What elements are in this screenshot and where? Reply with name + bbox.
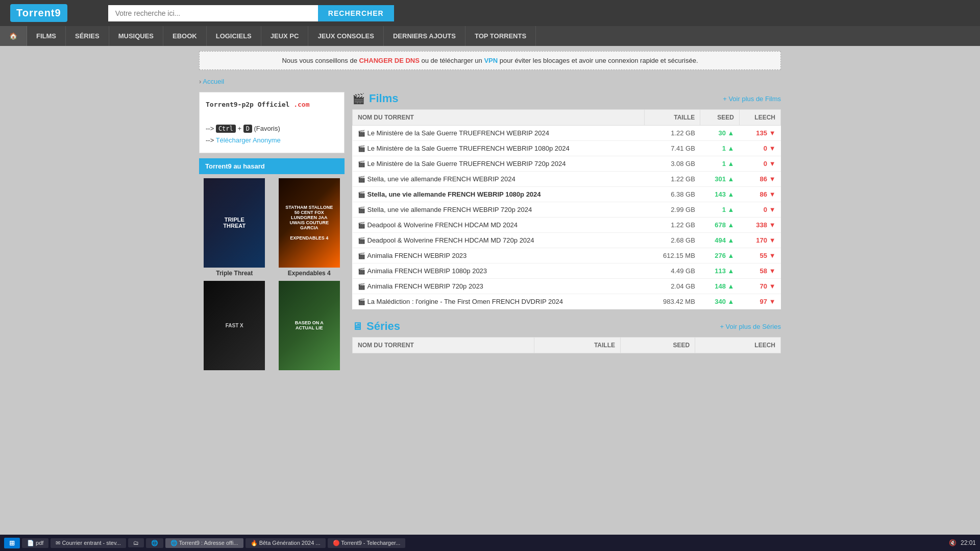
col-seed: SEED	[700, 110, 740, 126]
series-icon: 🖥	[352, 321, 362, 332]
sidebar-random-title: Torrent9 au hasard	[199, 158, 345, 174]
seed-cell: 148 ▲	[700, 279, 740, 294]
table-row[interactable]: 🎬Stella, une vie allemande FRENCH WEBRIP…	[353, 187, 781, 202]
size-cell: 3.08 GB	[645, 156, 700, 172]
nav-musiques[interactable]: MUSIQUES	[109, 26, 163, 46]
films-table-header: NOM DU TORRENT TAILLE SEED LEECH	[353, 110, 781, 126]
leech-cell: 170 ▼	[739, 233, 780, 248]
size-cell: 1.22 GB	[645, 172, 700, 187]
sidebar: Torrent9-p2p Officiel .com --> Ctrl + D …	[199, 92, 345, 372]
seed-cell: 1 ▲	[700, 202, 740, 218]
size-cell: 983.42 MB	[645, 294, 700, 309]
leech-cell: 86 ▼	[739, 172, 780, 187]
film-row-icon: 🎬	[358, 176, 365, 183]
nav-series[interactable]: SÉRIES	[66, 26, 109, 46]
nav-top-torrents[interactable]: TOP TORRENTS	[465, 26, 536, 46]
nav-home[interactable]: 🏠	[0, 26, 27, 46]
vpn-link[interactable]: VPN	[484, 57, 498, 64]
col-leech: LEECH	[739, 110, 780, 126]
table-row[interactable]: 🎬Deadpool & Wolverine FRENCH HDCAM MD 72…	[353, 233, 781, 248]
main-container: Nous vous conseillons de CHANGER DE DNS …	[194, 51, 786, 372]
thumb-expendables[interactable]: STATHAM STALLONE50 CENT FOXLUNDGREN JAAU…	[274, 178, 345, 277]
header: Torrent9 RECHERCHER	[0, 0, 980, 26]
notice-text: Nous vous conseillons de CHANGER DE DNS …	[282, 57, 698, 64]
col-nom: NOM DU TORRENT	[353, 110, 645, 126]
home-icon: 🏠	[9, 32, 17, 40]
nav-jeux-pc[interactable]: JEUX PC	[261, 26, 309, 46]
size-cell: 2.04 GB	[645, 279, 700, 294]
thumb-book[interactable]: BASED ON AACTUAL LIE	[274, 281, 345, 372]
ctrl-key: Ctrl	[216, 125, 236, 133]
nav-jeux-consoles[interactable]: JEUX CONSOLES	[308, 26, 384, 46]
films-table-body: 🎬Le Ministère de la Sale Guerre TRUEFREN…	[353, 126, 781, 309]
table-row[interactable]: 🎬Stella, une vie allemande FRENCH WEBRIP…	[353, 202, 781, 218]
thumb-fastx[interactable]: FAST X	[199, 281, 270, 372]
breadcrumb-arrow: ›	[199, 78, 201, 85]
table-row[interactable]: 🎬Le Ministère de la Sale Guerre TRUEFREN…	[353, 156, 781, 172]
thumb-img-book: BASED ON AACTUAL LIE	[279, 281, 340, 370]
table-row[interactable]: 🎬Animalia FRENCH WEBRIP 2023 612.15 MB 2…	[353, 248, 781, 263]
sidebar-official-box: Torrent9-p2p Officiel .com --> Ctrl + D …	[199, 92, 345, 153]
nav-derniers-ajouts[interactable]: DERNIERS AJOUTS	[384, 26, 465, 46]
size-cell: 4.49 GB	[645, 263, 700, 279]
seed-cell: 30 ▲	[700, 126, 740, 141]
thumb-img-expendables: STATHAM STALLONE50 CENT FOXLUNDGREN JAAU…	[279, 178, 340, 268]
table-row[interactable]: 🎬Animalia FRENCH WEBRIP 720p 2023 2.04 G…	[353, 279, 781, 294]
leech-cell: 55 ▼	[739, 248, 780, 263]
film-row-icon: 🎬	[358, 283, 365, 290]
seed-cell: 301 ▲	[700, 172, 740, 187]
leech-cell: 97 ▼	[739, 294, 780, 309]
thumb-triple-threat[interactable]: TRIPLETHREAT Triple Threat	[199, 178, 270, 277]
table-row[interactable]: 🎬Le Ministère de la Sale Guerre TRUEFREN…	[353, 126, 781, 141]
leech-cell: 135 ▼	[739, 126, 780, 141]
size-cell: 2.99 GB	[645, 202, 700, 218]
thumb-img-fastx: FAST X	[204, 281, 265, 370]
table-row[interactable]: 🎬Animalia FRENCH WEBRIP 1080p 2023 4.49 …	[353, 263, 781, 279]
table-row[interactable]: 🎬Deadpool & Wolverine FRENCH HDCAM MD 20…	[353, 218, 781, 233]
page-layout: Torrent9-p2p Officiel .com --> Ctrl + D …	[199, 92, 781, 372]
seed-cell: 340 ▲	[700, 294, 740, 309]
films-voir-plus[interactable]: + Voir plus de Films	[723, 95, 781, 103]
film-row-icon: 🎬	[358, 268, 365, 275]
col-leech-s: LEECH	[695, 338, 781, 353]
thumb-img-triple: TRIPLETHREAT	[204, 178, 265, 268]
nav-ebook[interactable]: EBOOK	[163, 26, 207, 46]
breadcrumb: › Accueil	[199, 75, 781, 88]
film-row-icon: 🎬	[358, 252, 365, 259]
film-row-icon: 🎬	[358, 130, 365, 137]
nav-logiciels[interactable]: LOGICIELS	[207, 26, 261, 46]
nav-films[interactable]: FILMS	[27, 26, 66, 46]
films-table: NOM DU TORRENT TAILLE SEED LEECH 🎬Le Min…	[352, 109, 781, 309]
films-title: 🎬 Films	[352, 92, 398, 105]
leech-cell: 70 ▼	[739, 279, 780, 294]
film-icon: 🎬	[352, 92, 365, 105]
size-cell: 2.68 GB	[645, 233, 700, 248]
table-row[interactable]: 🎬Stella, une vie allemande FRENCH WEBRIP…	[353, 172, 781, 187]
films-section: 🎬 Films + Voir plus de Films NOM DU TORR…	[352, 92, 781, 309]
leech-cell: 0 ▼	[739, 156, 780, 172]
table-row[interactable]: 🎬Le Ministère de la Sale Guerre TRUEFREN…	[353, 141, 781, 156]
series-table-header: NOM DU TORRENT TAILLE SEED LEECH	[353, 338, 781, 353]
site-logo[interactable]: Torrent9	[10, 4, 67, 22]
size-cell: 1.22 GB	[645, 218, 700, 233]
film-row-icon: 🎬	[358, 145, 365, 152]
series-voir-plus[interactable]: + Voir plus de Séries	[720, 323, 781, 330]
film-row-icon: 🎬	[358, 206, 365, 213]
seed-cell: 276 ▲	[700, 248, 740, 263]
seed-cell: 143 ▲	[700, 187, 740, 202]
breadcrumb-accueil[interactable]: Accueil	[203, 78, 224, 85]
leech-cell: 58 ▼	[739, 263, 780, 279]
seed-cell: 1 ▲	[700, 141, 740, 156]
search-button[interactable]: RECHERCHER	[318, 5, 394, 21]
col-seed-s: SEED	[621, 338, 695, 353]
col-taille-s: TAILLE	[534, 338, 620, 353]
dns-link[interactable]: CHANGER DE DNS	[359, 57, 419, 64]
table-row[interactable]: 🎬La Malédiction : l'origine - The First …	[353, 294, 781, 309]
search-input[interactable]	[108, 5, 318, 21]
seed-cell: 113 ▲	[700, 263, 740, 279]
search-bar: RECHERCHER	[108, 5, 394, 21]
anon-download-link[interactable]: Télécharger Anonyme	[216, 136, 281, 144]
sidebar-random-section: Torrent9 au hasard TRIPLETHREAT Triple T…	[199, 158, 345, 372]
random-thumbnails: TRIPLETHREAT Triple Threat STATHAM STALL…	[199, 178, 345, 372]
size-cell: 1.22 GB	[645, 126, 700, 141]
